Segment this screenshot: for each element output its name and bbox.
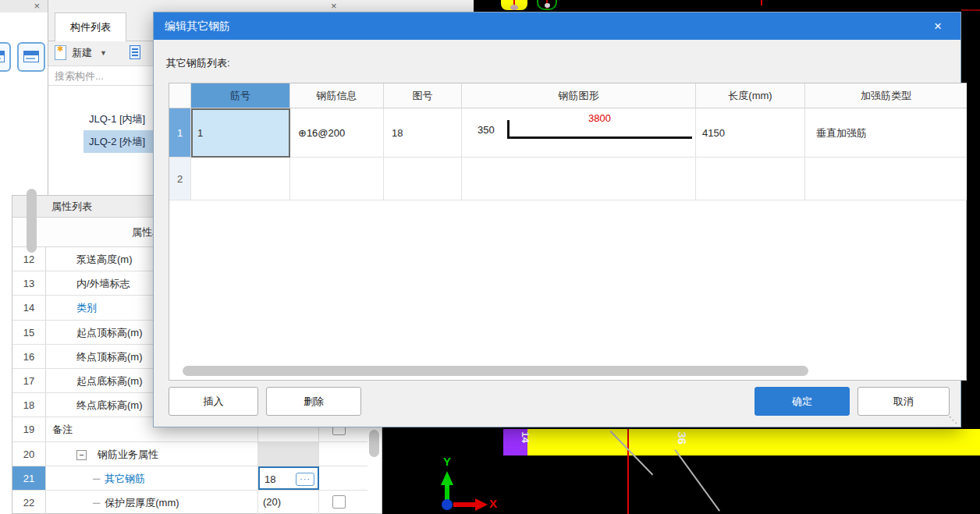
- dialog-resize-grip[interactable]: ⋱: [949, 415, 957, 425]
- property-row-number: 16: [12, 345, 46, 368]
- cell-shape[interactable]: 350 3800: [462, 108, 696, 158]
- cad-dim-text-rot-2: 36: [676, 431, 689, 445]
- insert-button[interactable]: 插入: [169, 387, 258, 416]
- cancel-button[interactable]: 取消: [858, 387, 950, 416]
- ok-button[interactable]: 确定: [755, 387, 850, 416]
- cell-info[interactable]: ⊕16@200: [290, 108, 384, 158]
- cad-node-symbol-green: [537, 0, 557, 10]
- cell-type[interactable]: [805, 158, 967, 200]
- attach-checkbox[interactable]: [332, 495, 346, 509]
- grid-corner-header: [169, 83, 191, 108]
- chevron-down-icon[interactable]: ▼: [100, 49, 107, 57]
- ucs-x-arrowhead: [475, 498, 488, 511]
- more-options-button[interactable]: ···: [296, 473, 314, 486]
- property-row[interactable]: 20−钢筋业务属性: [12, 442, 368, 466]
- property-row-number: 22: [12, 491, 46, 514]
- panel-layout-icon: [0, 51, 5, 62]
- ucs-origin-dot: [442, 499, 453, 510]
- property-value[interactable]: 18···: [258, 466, 319, 490]
- property-row-number: 20: [12, 442, 46, 466]
- property-row-number: 18: [12, 393, 46, 417]
- rebar-list-label: 其它钢筋列表:: [166, 56, 230, 70]
- col-header-info[interactable]: 钢筋信息: [290, 83, 384, 108]
- cell-bar-no[interactable]: [191, 158, 290, 200]
- rail-view-button-2[interactable]: [17, 42, 45, 72]
- cad-red-tick: [761, 0, 762, 5]
- property-name: ─其它钢筋: [46, 466, 258, 490]
- ucs-y-arrowhead: [441, 471, 453, 485]
- edit-other-rebar-dialog: 编辑其它钢筋 × 其它钢筋列表: 筋号 钢筋信息 图号 钢筋图形 长度(mm) …: [153, 12, 961, 427]
- property-name: −钢筋业务属性: [46, 442, 258, 466]
- new-star-icon: ✱: [57, 45, 63, 53]
- rail-view-button-1[interactable]: [0, 42, 11, 72]
- component-panel-header: ×: [48, 0, 382, 12]
- cad-red-axis-line: [627, 429, 629, 514]
- cad-dim-text-rot-1: 14: [520, 431, 531, 443]
- shape-left-dim: 350: [478, 124, 495, 136]
- property-row[interactable]: 21─其它钢筋18···: [12, 466, 368, 491]
- ucs-x-label: X: [489, 497, 497, 510]
- rebar-grid: 筋号 钢筋信息 图号 钢筋图形 长度(mm) 加强筋类型 1 1 ⊕16@200…: [169, 83, 967, 381]
- rail-scrollbar-thumb[interactable]: [27, 189, 37, 253]
- property-row-number: 14: [12, 296, 46, 319]
- property-attach-cell: [319, 442, 368, 466]
- property-name-label: 其它钢筋: [105, 473, 145, 484]
- property-row[interactable]: 22─保护层厚度(mm)(20): [12, 491, 368, 514]
- dialog-close-icon[interactable]: ×: [926, 12, 950, 40]
- top-strip-gap: [382, 0, 474, 12]
- cell-length[interactable]: [696, 158, 805, 200]
- grid-hscrollbar-thumb[interactable]: [183, 366, 808, 376]
- property-row-number: 13: [12, 271, 46, 295]
- property-value[interactable]: (20): [258, 491, 319, 514]
- property-name-label: 钢筋业务属性: [98, 448, 158, 460]
- col-header-shape[interactable]: 钢筋图形: [462, 83, 696, 108]
- col-header-length[interactable]: 长度(mm): [696, 83, 805, 108]
- property-name-label: 保护层厚度(mm): [105, 497, 179, 509]
- cell-info[interactable]: [290, 158, 384, 200]
- delete-button[interactable]: 删除: [266, 387, 361, 416]
- cell-bar-no[interactable]: 1: [191, 108, 290, 158]
- cell-length[interactable]: 4150: [696, 108, 805, 158]
- col-header-fig[interactable]: 图号: [384, 83, 462, 108]
- collapse-icon[interactable]: −: [76, 450, 87, 460]
- dialog-titlebar[interactable]: 编辑其它钢筋: [154, 12, 960, 40]
- property-scrollbar-thumb[interactable]: [369, 430, 379, 457]
- cad-node-symbol-yellow: [501, 0, 527, 10]
- cad-diagonal-line-2: [674, 449, 720, 512]
- col-header-type[interactable]: 加强筋类型: [805, 83, 967, 108]
- shape-top-dim: 3800: [507, 112, 692, 124]
- tab-component-list[interactable]: 构件列表: [55, 12, 126, 41]
- tree-branch-icon: ─: [93, 497, 100, 509]
- new-document-icon: ✱: [55, 45, 66, 60]
- application-window: 14 36 Y X × × 构件列表 图纸管理: [0, 0, 980, 514]
- cad-wall-yellow: [503, 429, 980, 456]
- property-row-number: 21: [12, 466, 46, 490]
- property-value[interactable]: [258, 442, 319, 466]
- property-row-number: 19: [12, 417, 46, 441]
- property-row-number: 17: [12, 369, 46, 392]
- property-attach-cell: [319, 491, 368, 514]
- property-value-text: (20): [263, 496, 281, 508]
- panel-layout-icon: [23, 51, 39, 62]
- panel-close-icon[interactable]: ×: [331, 1, 337, 11]
- col-header-bar-no[interactable]: 筋号: [191, 83, 290, 108]
- property-attach-cell: [319, 466, 368, 490]
- rail-close-icon[interactable]: ×: [34, 1, 40, 11]
- property-name: ─保护层厚度(mm): [46, 491, 258, 514]
- property-value-text: 18: [265, 473, 275, 485]
- ucs-y-label: Y: [443, 455, 451, 468]
- shape-horizontal-leg: [507, 136, 692, 139]
- copy-document-icon[interactable]: [130, 45, 140, 59]
- property-row-number: 15: [12, 321, 46, 344]
- cell-fig-no[interactable]: 18: [384, 108, 462, 158]
- ucs-x-shaft: [453, 502, 475, 507]
- tree-branch-icon: ─: [93, 473, 100, 484]
- cell-fig-no[interactable]: [384, 158, 462, 200]
- row-header[interactable]: 1: [169, 108, 191, 158]
- cell-type[interactable]: 垂直加强筋: [805, 108, 967, 158]
- new-button[interactable]: 新建: [72, 46, 92, 60]
- row-header[interactable]: 2: [169, 158, 191, 200]
- rail-header: ×: [0, 0, 48, 12]
- cad-red-line-right: [961, 9, 980, 11]
- cell-shape[interactable]: [462, 158, 696, 200]
